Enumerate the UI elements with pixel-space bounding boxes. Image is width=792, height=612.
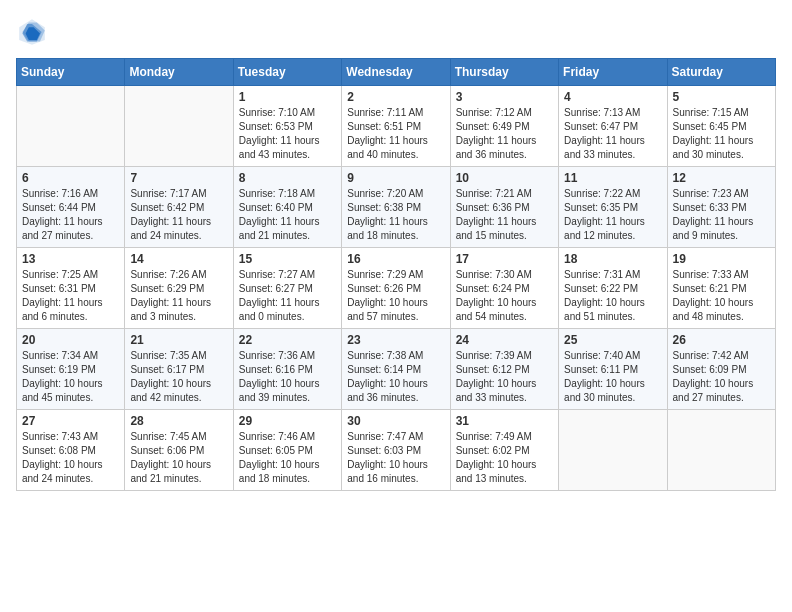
calendar-cell: 22Sunrise: 7:36 AM Sunset: 6:16 PM Dayli… — [233, 329, 341, 410]
day-info: Sunrise: 7:43 AM Sunset: 6:08 PM Dayligh… — [22, 430, 119, 486]
calendar-cell: 19Sunrise: 7:33 AM Sunset: 6:21 PM Dayli… — [667, 248, 775, 329]
day-number: 25 — [564, 333, 661, 347]
weekday-header-tuesday: Tuesday — [233, 59, 341, 86]
day-number: 26 — [673, 333, 770, 347]
day-info: Sunrise: 7:33 AM Sunset: 6:21 PM Dayligh… — [673, 268, 770, 324]
day-number: 11 — [564, 171, 661, 185]
day-info: Sunrise: 7:49 AM Sunset: 6:02 PM Dayligh… — [456, 430, 553, 486]
calendar-cell: 14Sunrise: 7:26 AM Sunset: 6:29 PM Dayli… — [125, 248, 233, 329]
calendar-cell: 8Sunrise: 7:18 AM Sunset: 6:40 PM Daylig… — [233, 167, 341, 248]
day-info: Sunrise: 7:10 AM Sunset: 6:53 PM Dayligh… — [239, 106, 336, 162]
week-row-3: 20Sunrise: 7:34 AM Sunset: 6:19 PM Dayli… — [17, 329, 776, 410]
day-info: Sunrise: 7:16 AM Sunset: 6:44 PM Dayligh… — [22, 187, 119, 243]
calendar-cell: 29Sunrise: 7:46 AM Sunset: 6:05 PM Dayli… — [233, 410, 341, 491]
calendar-cell: 27Sunrise: 7:43 AM Sunset: 6:08 PM Dayli… — [17, 410, 125, 491]
calendar-cell: 7Sunrise: 7:17 AM Sunset: 6:42 PM Daylig… — [125, 167, 233, 248]
day-number: 18 — [564, 252, 661, 266]
day-number: 3 — [456, 90, 553, 104]
day-info: Sunrise: 7:46 AM Sunset: 6:05 PM Dayligh… — [239, 430, 336, 486]
day-number: 10 — [456, 171, 553, 185]
day-number: 22 — [239, 333, 336, 347]
calendar-cell: 10Sunrise: 7:21 AM Sunset: 6:36 PM Dayli… — [450, 167, 558, 248]
day-number: 28 — [130, 414, 227, 428]
weekday-header-friday: Friday — [559, 59, 667, 86]
day-number: 21 — [130, 333, 227, 347]
week-row-0: 1Sunrise: 7:10 AM Sunset: 6:53 PM Daylig… — [17, 86, 776, 167]
calendar-cell — [667, 410, 775, 491]
day-number: 4 — [564, 90, 661, 104]
week-row-1: 6Sunrise: 7:16 AM Sunset: 6:44 PM Daylig… — [17, 167, 776, 248]
day-number: 23 — [347, 333, 444, 347]
calendar-cell: 6Sunrise: 7:16 AM Sunset: 6:44 PM Daylig… — [17, 167, 125, 248]
calendar-cell: 31Sunrise: 7:49 AM Sunset: 6:02 PM Dayli… — [450, 410, 558, 491]
day-number: 27 — [22, 414, 119, 428]
day-info: Sunrise: 7:45 AM Sunset: 6:06 PM Dayligh… — [130, 430, 227, 486]
weekday-header-wednesday: Wednesday — [342, 59, 450, 86]
calendar-cell: 18Sunrise: 7:31 AM Sunset: 6:22 PM Dayli… — [559, 248, 667, 329]
calendar-cell: 2Sunrise: 7:11 AM Sunset: 6:51 PM Daylig… — [342, 86, 450, 167]
day-info: Sunrise: 7:39 AM Sunset: 6:12 PM Dayligh… — [456, 349, 553, 405]
day-number: 16 — [347, 252, 444, 266]
calendar-cell: 23Sunrise: 7:38 AM Sunset: 6:14 PM Dayli… — [342, 329, 450, 410]
day-info: Sunrise: 7:27 AM Sunset: 6:27 PM Dayligh… — [239, 268, 336, 324]
calendar-cell: 5Sunrise: 7:15 AM Sunset: 6:45 PM Daylig… — [667, 86, 775, 167]
page: SundayMondayTuesdayWednesdayThursdayFrid… — [0, 0, 792, 507]
day-info: Sunrise: 7:11 AM Sunset: 6:51 PM Dayligh… — [347, 106, 444, 162]
day-info: Sunrise: 7:38 AM Sunset: 6:14 PM Dayligh… — [347, 349, 444, 405]
day-info: Sunrise: 7:17 AM Sunset: 6:42 PM Dayligh… — [130, 187, 227, 243]
day-info: Sunrise: 7:12 AM Sunset: 6:49 PM Dayligh… — [456, 106, 553, 162]
day-info: Sunrise: 7:15 AM Sunset: 6:45 PM Dayligh… — [673, 106, 770, 162]
calendar-cell: 24Sunrise: 7:39 AM Sunset: 6:12 PM Dayli… — [450, 329, 558, 410]
calendar-cell: 9Sunrise: 7:20 AM Sunset: 6:38 PM Daylig… — [342, 167, 450, 248]
weekday-header-sunday: Sunday — [17, 59, 125, 86]
day-number: 15 — [239, 252, 336, 266]
calendar-cell: 28Sunrise: 7:45 AM Sunset: 6:06 PM Dayli… — [125, 410, 233, 491]
calendar-cell: 3Sunrise: 7:12 AM Sunset: 6:49 PM Daylig… — [450, 86, 558, 167]
day-number: 8 — [239, 171, 336, 185]
day-number: 7 — [130, 171, 227, 185]
day-info: Sunrise: 7:25 AM Sunset: 6:31 PM Dayligh… — [22, 268, 119, 324]
day-number: 9 — [347, 171, 444, 185]
header — [16, 16, 776, 48]
day-info: Sunrise: 7:26 AM Sunset: 6:29 PM Dayligh… — [130, 268, 227, 324]
calendar-cell: 11Sunrise: 7:22 AM Sunset: 6:35 PM Dayli… — [559, 167, 667, 248]
day-info: Sunrise: 7:22 AM Sunset: 6:35 PM Dayligh… — [564, 187, 661, 243]
calendar-cell: 13Sunrise: 7:25 AM Sunset: 6:31 PM Dayli… — [17, 248, 125, 329]
day-info: Sunrise: 7:13 AM Sunset: 6:47 PM Dayligh… — [564, 106, 661, 162]
logo-icon — [16, 16, 48, 48]
weekday-header-row: SundayMondayTuesdayWednesdayThursdayFrid… — [17, 59, 776, 86]
day-number: 6 — [22, 171, 119, 185]
day-info: Sunrise: 7:21 AM Sunset: 6:36 PM Dayligh… — [456, 187, 553, 243]
calendar-cell: 1Sunrise: 7:10 AM Sunset: 6:53 PM Daylig… — [233, 86, 341, 167]
calendar-cell: 30Sunrise: 7:47 AM Sunset: 6:03 PM Dayli… — [342, 410, 450, 491]
day-number: 29 — [239, 414, 336, 428]
calendar-cell: 4Sunrise: 7:13 AM Sunset: 6:47 PM Daylig… — [559, 86, 667, 167]
day-number: 30 — [347, 414, 444, 428]
calendar-cell: 26Sunrise: 7:42 AM Sunset: 6:09 PM Dayli… — [667, 329, 775, 410]
calendar-cell — [559, 410, 667, 491]
day-number: 19 — [673, 252, 770, 266]
weekday-header-thursday: Thursday — [450, 59, 558, 86]
day-number: 20 — [22, 333, 119, 347]
day-number: 14 — [130, 252, 227, 266]
weekday-header-monday: Monday — [125, 59, 233, 86]
calendar-cell: 25Sunrise: 7:40 AM Sunset: 6:11 PM Dayli… — [559, 329, 667, 410]
calendar-cell: 17Sunrise: 7:30 AM Sunset: 6:24 PM Dayli… — [450, 248, 558, 329]
calendar-cell — [17, 86, 125, 167]
day-info: Sunrise: 7:30 AM Sunset: 6:24 PM Dayligh… — [456, 268, 553, 324]
calendar: SundayMondayTuesdayWednesdayThursdayFrid… — [16, 58, 776, 491]
day-number: 31 — [456, 414, 553, 428]
day-number: 13 — [22, 252, 119, 266]
day-info: Sunrise: 7:31 AM Sunset: 6:22 PM Dayligh… — [564, 268, 661, 324]
calendar-cell: 20Sunrise: 7:34 AM Sunset: 6:19 PM Dayli… — [17, 329, 125, 410]
day-info: Sunrise: 7:42 AM Sunset: 6:09 PM Dayligh… — [673, 349, 770, 405]
calendar-cell: 15Sunrise: 7:27 AM Sunset: 6:27 PM Dayli… — [233, 248, 341, 329]
day-info: Sunrise: 7:36 AM Sunset: 6:16 PM Dayligh… — [239, 349, 336, 405]
day-number: 12 — [673, 171, 770, 185]
calendar-cell: 12Sunrise: 7:23 AM Sunset: 6:33 PM Dayli… — [667, 167, 775, 248]
day-number: 1 — [239, 90, 336, 104]
day-number: 24 — [456, 333, 553, 347]
logo — [16, 16, 52, 48]
day-number: 5 — [673, 90, 770, 104]
week-row-4: 27Sunrise: 7:43 AM Sunset: 6:08 PM Dayli… — [17, 410, 776, 491]
